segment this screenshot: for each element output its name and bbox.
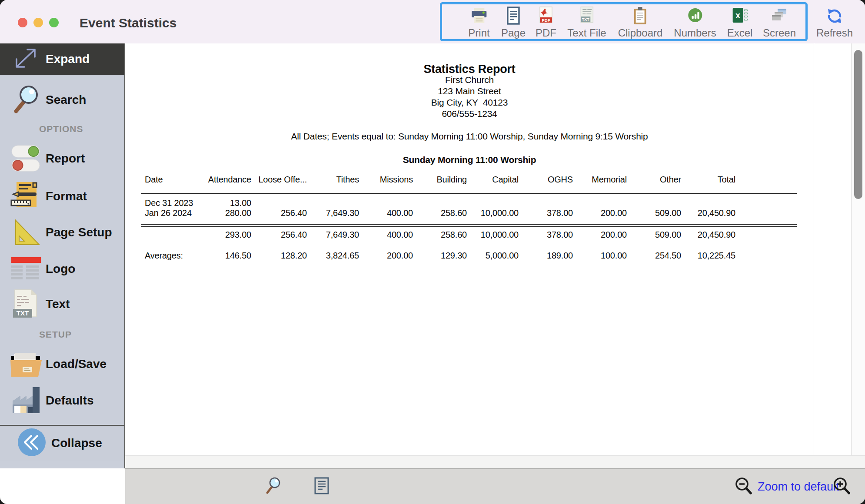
clipboard-icon [618, 6, 663, 26]
set-square-icon [5, 218, 47, 247]
toolbar-button-page[interactable]: Page [501, 6, 526, 39]
sidebar-item-expand[interactable]: Expand [0, 43, 124, 75]
zoom-to-default-link[interactable]: Zoom to default [758, 480, 839, 493]
search-icon [5, 84, 47, 116]
collapse-circle-icon [17, 428, 46, 458]
vertical-scrollbar-thumb[interactable] [854, 50, 862, 199]
sidebar-item-logo[interactable]: Logo [0, 253, 124, 285]
svg-text:PDF: PDF [542, 18, 550, 23]
txt-file-icon: TXT [567, 6, 606, 26]
logo-layout-icon [5, 256, 47, 282]
toolbar-button-label: Numbers [674, 27, 716, 39]
txt-doc-icon: TXT [5, 289, 47, 319]
report-page: Statistics Report First Church 123 Main … [125, 43, 814, 455]
app-window: Event Statistics PrintPagePDFPDFTXTText … [0, 0, 865, 504]
horizontal-scrollbar-track[interactable] [125, 455, 865, 468]
toolbar-button-label: Excel [727, 27, 753, 39]
filter-summary: All Dates; Events equal to: Sunday Morni… [125, 131, 814, 142]
toolbar-button-screen[interactable]: Screen [763, 6, 796, 39]
page-icon [501, 6, 526, 26]
sidebar-item-search[interactable]: Search [0, 84, 124, 116]
sidebar: Expand Search OPTIONS Report Format Page… [0, 43, 125, 468]
zoom-window-button[interactable] [49, 18, 59, 27]
window-title: Event Statistics [80, 16, 176, 30]
close-window-button[interactable] [18, 18, 27, 27]
numbers-icon [674, 6, 716, 26]
sidebar-item-text[interactable]: TXT Text [0, 288, 124, 320]
toolbar-button-label: Screen [763, 27, 796, 39]
report-viewport: Statistics Report First Church 123 Main … [125, 43, 865, 455]
zoom-out-icon[interactable] [733, 476, 753, 497]
toolbar-button-label: Print [468, 27, 489, 39]
svg-text:TXT: TXT [17, 309, 29, 317]
sidebar-section-options: OPTIONS [39, 124, 83, 134]
toolbar-button-label: Clipboard [618, 27, 663, 39]
title-bar: Event Statistics PrintPagePDFPDFTXTText … [0, 0, 865, 43]
report-doc-icon[interactable] [313, 477, 330, 497]
sidebar-section-setup: SETUP [39, 329, 72, 340]
refresh-icon [816, 6, 853, 26]
toolbar-button-numbers[interactable]: Numbers [674, 6, 716, 39]
minimize-window-button[interactable] [33, 18, 43, 27]
svg-text:x: x [735, 10, 740, 20]
toolbar-button-label: Text File [567, 27, 606, 39]
table-total-cell: 20,450.90 [640, 230, 735, 241]
org-name: First Church [125, 75, 814, 85]
status-bar: Zoom to default [125, 468, 865, 504]
factory-icon [5, 385, 47, 416]
toolbar-button-text-file[interactable]: TXTText File [567, 6, 606, 39]
screen-icon [763, 6, 796, 26]
folder-icon [5, 351, 47, 378]
event-section-title: Sunday Morning 11:00 Worship [125, 155, 814, 165]
pdf-icon: PDF [536, 6, 556, 26]
table-header-rule [141, 193, 797, 194]
report-title: Statistics Report [125, 63, 814, 76]
table-total-rule-2 [141, 226, 797, 227]
table-total-rule-1 [141, 224, 797, 225]
table-header-cell: Total [640, 175, 735, 186]
org-street: 123 Main Street [125, 86, 814, 96]
org-phone: 606/555-1234 [125, 109, 814, 119]
toolbar-button-clipboard[interactable]: Clipboard [618, 6, 663, 39]
magnifier-icon[interactable] [263, 476, 283, 497]
sidebar-item-collapse[interactable]: Collapse [0, 425, 125, 461]
table-cell: 20,450.90 [640, 208, 735, 219]
sidebar-item-load-save[interactable]: Load/Save [0, 348, 124, 380]
zoom-in-icon[interactable] [832, 476, 852, 497]
toolbar-button-print[interactable]: Print [468, 6, 489, 39]
vertical-scrollbar[interactable] [851, 43, 865, 455]
toolbar-button-excel[interactable]: xExcel [727, 6, 753, 39]
toolbar-button-label: PDF [536, 27, 556, 39]
toolbar-button-pdf[interactable]: PDFPDF [536, 6, 556, 39]
toolbar-button-label: Page [501, 27, 526, 39]
refresh-button[interactable]: Refresh [816, 6, 853, 39]
report-toggles-icon [5, 145, 47, 172]
sidebar-item-report[interactable]: Report [0, 143, 124, 174]
format-icon [5, 181, 47, 212]
sidebar-item-format[interactable]: Format [0, 181, 124, 212]
sidebar-item-page-setup[interactable]: Page Setup [0, 217, 124, 248]
printer-icon [468, 6, 489, 26]
org-city: Big City, KY 40123 [125, 97, 814, 108]
expand-icon [5, 46, 47, 73]
excel-icon: x [727, 6, 753, 26]
svg-text:TXT: TXT [582, 17, 589, 22]
sidebar-item-defaults[interactable]: Defaults [0, 385, 124, 416]
table-average-cell: 10,225.45 [640, 251, 735, 262]
